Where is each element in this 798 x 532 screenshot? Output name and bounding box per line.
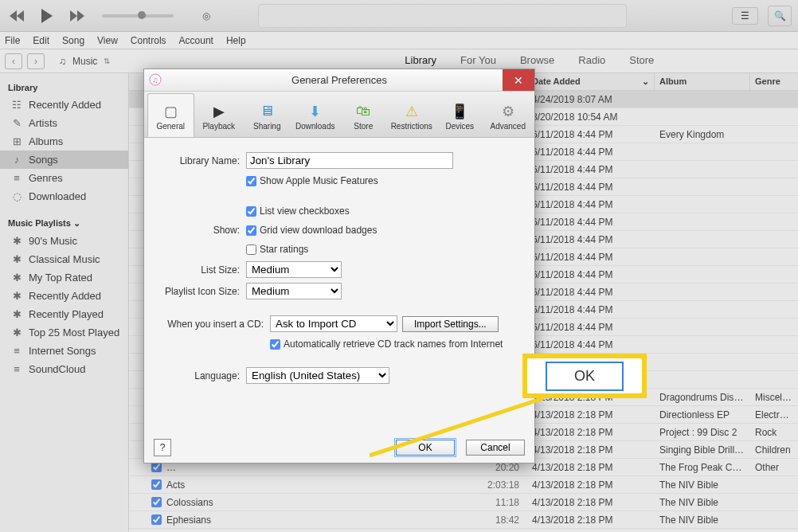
col-album[interactable]: Album <box>655 73 750 90</box>
pref-tabs: ▢General▶Playback🖥Sharing⬇Downloads🛍Stor… <box>144 92 534 138</box>
row-checkbox[interactable] <box>151 479 162 490</box>
pref-tab-label: Store <box>354 122 373 131</box>
sidebar-icon: ☷ <box>11 99 22 111</box>
playlist-item-my-top-rated[interactable]: ✱My Top Rated <box>0 268 128 287</box>
library-picker[interactable]: ♫ Music ⇅ <box>59 56 110 67</box>
col-genre[interactable]: Genre <box>750 73 798 90</box>
tab-radio[interactable]: Radio <box>575 51 608 71</box>
row-date: 6/11/2018 4:44 PM <box>527 217 655 228</box>
advanced-icon: ⚙ <box>499 102 518 121</box>
downloads-icon: ⬇ <box>306 102 325 121</box>
pref-tab-devices[interactable]: 📱Devices <box>436 93 483 137</box>
sidebar-item-genres[interactable]: ≡Genres <box>0 169 128 187</box>
row-genre: Children <box>750 444 798 456</box>
playlist-item-internet-songs[interactable]: ≡Internet Songs <box>0 342 128 360</box>
grid-badges-checkbox[interactable] <box>246 225 256 236</box>
menu-edit[interactable]: Edit <box>33 35 49 46</box>
row-date: 8/20/2018 10:54 AM <box>527 111 655 123</box>
chevron-down-icon: ⌄ <box>642 76 649 87</box>
back-button[interactable]: ‹ <box>5 53 22 69</box>
sidebar-item-downloaded[interactable]: ◌Downloaded <box>0 187 128 205</box>
star-ratings-checkbox[interactable] <box>246 244 256 255</box>
help-button[interactable]: ? <box>154 439 171 456</box>
pref-tab-store[interactable]: 🛍Store <box>340 93 387 137</box>
auto-retrieve-label: Automatically retrieve CD track names fr… <box>284 338 503 350</box>
pref-tab-restrictions[interactable]: ⚠Restrictions <box>389 93 436 137</box>
import-settings-button[interactable]: Import Settings... <box>402 316 499 332</box>
next-track-button[interactable] <box>67 6 88 26</box>
airplay-icon[interactable]: ◎ <box>196 6 217 26</box>
sidebar-icon: ♪ <box>11 154 22 166</box>
forward-button[interactable]: › <box>27 53 45 69</box>
volume-slider[interactable] <box>102 14 174 18</box>
sidebar-icon: ✎ <box>11 117 22 129</box>
sidebar-icon: ⊞ <box>11 135 22 147</box>
sidebar-header-playlists[interactable]: Music Playlists ⌄ <box>0 215 128 232</box>
show-apple-music-checkbox[interactable] <box>246 176 256 186</box>
menu-account[interactable]: Account <box>179 35 213 46</box>
playlist-item-90-s-music[interactable]: ✱90's Music <box>0 232 128 250</box>
row-album: The NIV Bible <box>655 479 750 491</box>
playlist-item-classical-music[interactable]: ✱Classical Music <box>0 250 128 268</box>
play-button[interactable] <box>37 6 57 26</box>
playlist-item-label: Recently Played <box>29 308 104 320</box>
pref-tab-advanced[interactable]: ⚙Advanced <box>485 93 532 137</box>
svg-line-2 <box>370 398 543 456</box>
row-album: Singing Bible Drill, C... <box>655 444 750 456</box>
playlist-icon-label: Playlist Icon Size: <box>158 286 246 297</box>
pref-tab-downloads[interactable]: ⬇Downloads <box>292 93 339 137</box>
menu-view[interactable]: View <box>97 35 118 46</box>
language-select[interactable]: English (United States) <box>246 367 389 384</box>
search-icon[interactable]: 🔍 <box>768 6 792 26</box>
close-button[interactable]: ✕ <box>503 69 534 91</box>
sidebar-item-songs[interactable]: ♪Songs <box>0 151 128 169</box>
restrictions-icon: ⚠ <box>402 102 421 121</box>
library-name-label: Library Name: <box>158 155 246 166</box>
playlist-item-recently-added[interactable]: ✱Recently Added <box>0 287 128 305</box>
auto-retrieve-checkbox[interactable] <box>270 339 280 350</box>
pref-tab-label: General <box>156 122 185 131</box>
menu-help[interactable]: Help <box>226 35 246 46</box>
prev-track-button[interactable] <box>6 6 27 26</box>
playlist-icon: ≡ <box>11 363 22 375</box>
pref-tab-sharing[interactable]: 🖥Sharing <box>244 93 291 137</box>
list-view-button[interactable]: ☰ <box>732 7 758 25</box>
pref-tab-general[interactable]: ▢General <box>147 93 194 137</box>
row-checkbox[interactable] <box>151 497 162 507</box>
col-date-added[interactable]: Date Added ⌄ <box>527 73 655 90</box>
row-date: 6/11/2018 4:44 PM <box>527 252 655 263</box>
language-label: Language: <box>158 370 246 381</box>
sidebar-item-recently-added[interactable]: ☷Recently Added <box>0 96 128 114</box>
insert-cd-select[interactable]: Ask to Import CD <box>270 315 397 332</box>
menu-controls[interactable]: Controls <box>131 35 166 46</box>
library-name-input[interactable] <box>246 152 453 169</box>
pref-tab-playback[interactable]: ▶Playback <box>196 93 243 137</box>
playlist-item-top-25-most-played[interactable]: ✱Top 25 Most Played <box>0 323 128 342</box>
playlist-icon: ✱ <box>11 308 22 320</box>
star-ratings-label: Star ratings <box>260 244 308 255</box>
callout-ok-label: OK <box>546 362 624 391</box>
playlist-icon-select[interactable]: Medium <box>246 283 342 299</box>
row-album: The NIV Bible <box>655 497 750 508</box>
playlist-item-recently-played[interactable]: ✱Recently Played <box>0 305 128 323</box>
table-row[interactable]: Ephesians18:424/13/2018 2:18 PMThe NIV B… <box>129 511 798 529</box>
tab-store[interactable]: Store <box>626 51 657 71</box>
menu-song[interactable]: Song <box>62 35 84 46</box>
list-checkboxes-label: List view checkboxes <box>260 205 350 217</box>
general-icon: ▢ <box>161 102 180 121</box>
row-date: 6/11/2018 4:44 PM <box>527 339 655 350</box>
menu-file[interactable]: File <box>5 35 20 46</box>
playlist-item-soundcloud[interactable]: ≡SoundCloud <box>0 360 128 378</box>
sidebar-item-albums[interactable]: ⊞Albums <box>0 132 128 151</box>
sidebar-item-label: Artists <box>29 117 57 129</box>
table-row[interactable]: Acts2:03:184/13/2018 2:18 PMThe NIV Bibl… <box>129 476 798 494</box>
list-size-select[interactable]: Medium <box>246 261 342 278</box>
show-apple-music-label: Show Apple Music Features <box>260 175 378 186</box>
sidebar-item-artists[interactable]: ✎Artists <box>0 114 128 132</box>
list-checkboxes-checkbox[interactable] <box>246 206 256 217</box>
table-row[interactable]: Colossians11:184/13/2018 2:18 PMThe NIV … <box>129 494 798 511</box>
dialog-title: General Preferences <box>291 74 387 86</box>
playlist-icon: ≡ <box>11 345 22 357</box>
row-date: 6/11/2018 4:44 PM <box>527 234 655 245</box>
row-checkbox[interactable] <box>151 514 162 525</box>
